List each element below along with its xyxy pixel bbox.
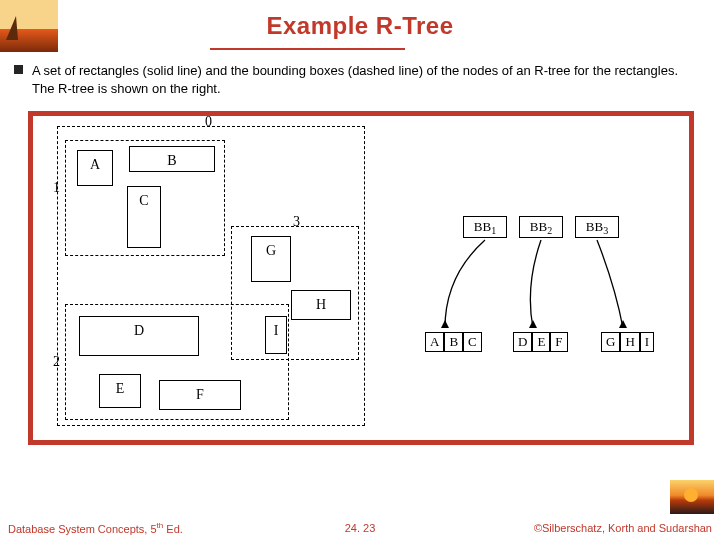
bbox-2-label: 2 bbox=[53, 354, 60, 370]
title-underline bbox=[210, 48, 405, 50]
sun-icon bbox=[684, 488, 698, 502]
figure-canvas: 0 1 A B C 3 G H I 2 bbox=[35, 118, 687, 438]
rect-D: D bbox=[79, 316, 199, 356]
rect-C-label: C bbox=[128, 187, 160, 209]
tree-root-node: BB1 BB2 BB3 bbox=[463, 216, 619, 238]
root-bb1-s: 1 bbox=[491, 225, 496, 236]
logo-sailboat-image bbox=[0, 0, 58, 52]
rect-E: E bbox=[99, 374, 141, 408]
figure-frame: 0 1 A B C 3 G H I 2 bbox=[28, 111, 694, 445]
rect-B: B bbox=[129, 146, 215, 172]
bbox-3-label: 3 bbox=[293, 214, 300, 230]
rect-A-label: A bbox=[78, 151, 112, 173]
sailboat-icon bbox=[6, 16, 18, 40]
logo-sunset-image bbox=[670, 480, 714, 514]
bbox-1-label: 1 bbox=[53, 180, 60, 196]
root-bb1-t: BB bbox=[474, 219, 491, 234]
bullet-square-icon bbox=[14, 65, 23, 74]
root-bb3-s: 3 bbox=[603, 225, 608, 236]
rect-D-label: D bbox=[80, 317, 198, 339]
bbox-0-label: 0 bbox=[205, 114, 212, 130]
rect-F: F bbox=[159, 380, 241, 410]
rect-C: C bbox=[127, 186, 161, 248]
rect-E-label: E bbox=[100, 375, 140, 397]
root-cell-bb2: BB2 bbox=[519, 216, 563, 238]
footer-right: ©Silberschatz, Korth and Sudarshan bbox=[534, 522, 712, 534]
slide-header: Example R-Tree bbox=[0, 0, 720, 52]
rect-G-label: G bbox=[252, 237, 290, 259]
rect-H: H bbox=[291, 290, 351, 320]
root-bb3-t: BB bbox=[586, 219, 603, 234]
slide-title: Example R-Tree bbox=[266, 12, 453, 40]
root-bb2-t: BB bbox=[530, 219, 547, 234]
root-bb2-s: 2 bbox=[547, 225, 552, 236]
footer-left: Database System Concepts, 5th Ed. bbox=[8, 521, 183, 535]
rect-F-label: F bbox=[160, 381, 240, 403]
root-cell-bb3: BB3 bbox=[575, 216, 619, 238]
tree-arrows bbox=[415, 236, 675, 336]
body-text: A set of rectangles (solid line) and the… bbox=[32, 63, 678, 96]
rect-G: G bbox=[251, 236, 291, 282]
slide-footer: Database System Concepts, 5th Ed. 24. 23… bbox=[0, 516, 720, 540]
root-cell-bb1: BB1 bbox=[463, 216, 507, 238]
rect-A: A bbox=[77, 150, 113, 186]
footer-left-prefix: Database System Concepts, 5 bbox=[8, 523, 157, 535]
rect-B-label: B bbox=[130, 147, 214, 169]
body-paragraph: A set of rectangles (solid line) and the… bbox=[0, 52, 720, 105]
footer-left-suffix: Ed. bbox=[163, 523, 183, 535]
rect-H-label: H bbox=[292, 291, 350, 313]
